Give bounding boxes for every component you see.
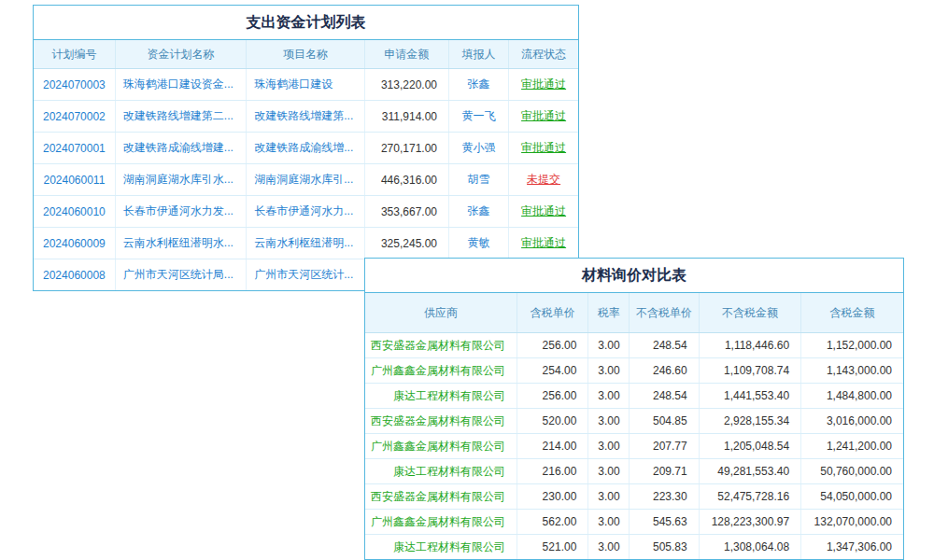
- cell-plan-id[interactable]: 2024070002: [34, 101, 115, 133]
- cell-project-name[interactable]: 改建铁路成渝线增...: [247, 133, 364, 164]
- table-row: 2024060011 湖南洞庭湖水库引水... 湖南洞庭湖水库引... 446,…: [34, 164, 578, 196]
- cell-tax-rate: 3.00: [588, 409, 630, 434]
- cell-supplier: 西安盛器金属材料有限公司: [365, 333, 517, 358]
- cell-tax-rate: 3.00: [588, 459, 630, 484]
- col-header-apply-amount: 申请金额: [364, 40, 448, 69]
- cell-project-name[interactable]: 云南水利枢纽潜明...: [247, 228, 364, 259]
- cell-amount-ex: 128,223,300.97: [699, 510, 800, 535]
- material-quote-panel: 材料询价对比表 供应商 含税单价 税率 不含税单价 不含税金额 含税金额 西安盛…: [364, 258, 904, 560]
- cell-unit-price-ex: 545.63: [630, 510, 699, 535]
- cell-plan-name[interactable]: 珠海鹤港口建设资金...: [115, 69, 246, 101]
- cell-amount-ex: 2,928,155.34: [699, 409, 800, 434]
- cell-apply-amount: 325,245.00: [364, 228, 448, 259]
- quote-header-row: 供应商 含税单价 税率 不含税单价 不含税金额 含税金额: [365, 293, 903, 333]
- cell-supplier: 广州鑫鑫金属材料有限公司: [365, 434, 517, 459]
- cell-plan-name[interactable]: 改建铁路线增建第二...: [115, 101, 246, 133]
- cell-reporter[interactable]: 张鑫: [448, 196, 508, 228]
- cell-amount-inc: 3,016,000.00: [801, 409, 903, 434]
- table-row: 2024070001 改建铁路成渝线增建... 改建铁路成渝线增... 270,…: [34, 133, 578, 164]
- cell-plan-id[interactable]: 2024060010: [34, 196, 115, 228]
- table-row: 西安盛器金属材料有限公司 256.00 3.00 248.54 1,118,44…: [365, 333, 903, 358]
- col-header-plan-id: 计划编号: [34, 40, 115, 69]
- cell-amount-ex: 1,118,446.60: [699, 333, 800, 358]
- cell-unit-price-ex: 223.30: [630, 484, 699, 510]
- cell-apply-amount: 446,316.00: [364, 164, 448, 196]
- cell-amount-inc: 54,050,000.00: [801, 484, 903, 510]
- cell-project-name[interactable]: 长春市伊通河水力...: [247, 196, 364, 228]
- cell-plan-name[interactable]: 长春市伊通河水力发...: [115, 196, 246, 228]
- cell-tax-rate: 3.00: [588, 333, 630, 358]
- col-header-plan-name: 资金计划名称: [115, 40, 246, 69]
- table-row: 2024070002 改建铁路线增建第二... 改建铁路线增建第... 311,…: [34, 101, 578, 133]
- cell-plan-id[interactable]: 2024060009: [34, 228, 115, 259]
- cell-reporter[interactable]: 张鑫: [448, 69, 508, 101]
- cell-unit-price-ex: 246.60: [630, 358, 699, 384]
- cell-reporter[interactable]: 黄小强: [448, 133, 508, 164]
- col-header-flow-status: 流程状态: [509, 40, 578, 69]
- cell-amount-ex: 1,205,048.54: [699, 434, 800, 459]
- col-header-tax-rate: 税率: [588, 293, 630, 333]
- cell-amount-ex: 49,281,553.40: [699, 459, 800, 484]
- cell-unit-price-ex: 505.83: [630, 535, 699, 560]
- cell-tax-rate: 3.00: [588, 535, 630, 560]
- cell-supplier: 西安盛器金属材料有限公司: [365, 409, 517, 434]
- expense-plan-panel: 支出资金计划列表 计划编号 资金计划名称 项目名称 申请金额 填报人 流程状态 …: [33, 5, 579, 291]
- table-row: 2024070003 珠海鹤港口建设资金... 珠海鹤港口建设 313,220.…: [34, 69, 578, 101]
- cell-tax-rate: 3.00: [588, 358, 630, 384]
- cell-amount-ex: 1,441,553.40: [699, 384, 800, 409]
- cell-plan-id[interactable]: 2024070003: [34, 69, 115, 101]
- table-row: 康达工程材料有限公司 216.00 3.00 209.71 49,281,553…: [365, 459, 903, 484]
- cell-unit-price-inc: 256.00: [517, 333, 588, 358]
- cell-project-name[interactable]: 珠海鹤港口建设: [247, 69, 364, 101]
- cell-plan-name[interactable]: 湖南洞庭湖水库引水...: [115, 164, 246, 196]
- cell-amount-inc: 1,347,306.00: [801, 535, 903, 560]
- cell-supplier: 康达工程材料有限公司: [365, 459, 517, 484]
- cell-flow-status[interactable]: 审批通过: [509, 101, 578, 133]
- cell-plan-name[interactable]: 广州市天河区统计局...: [115, 259, 246, 291]
- cell-flow-status[interactable]: 审批通过: [509, 133, 578, 164]
- cell-reporter[interactable]: 胡雪: [448, 164, 508, 196]
- cell-apply-amount: 270,171.00: [364, 133, 448, 164]
- cell-unit-price-inc: 216.00: [517, 459, 588, 484]
- cell-apply-amount: 353,667.00: [364, 196, 448, 228]
- material-quote-title: 材料询价对比表: [365, 259, 903, 293]
- cell-amount-inc: 50,760,000.00: [801, 459, 903, 484]
- cell-plan-id[interactable]: 2024060008: [34, 259, 115, 291]
- cell-amount-inc: 1,143,000.00: [801, 358, 903, 384]
- col-header-reporter: 填报人: [448, 40, 508, 69]
- cell-project-name[interactable]: 湖南洞庭湖水库引...: [247, 164, 364, 196]
- expense-plan-table: 计划编号 资金计划名称 项目名称 申请金额 填报人 流程状态 202407000…: [34, 40, 578, 290]
- cell-plan-id[interactable]: 2024060011: [34, 164, 115, 196]
- material-quote-table: 供应商 含税单价 税率 不含税单价 不含税金额 含税金额 西安盛器金属材料有限公…: [365, 293, 903, 559]
- cell-plan-id[interactable]: 2024070001: [34, 133, 115, 164]
- cell-supplier: 康达工程材料有限公司: [365, 535, 517, 560]
- cell-supplier: 广州鑫鑫金属材料有限公司: [365, 358, 517, 384]
- cell-plan-name[interactable]: 改建铁路成渝线增建...: [115, 133, 246, 164]
- cell-unit-price-inc: 214.00: [517, 434, 588, 459]
- table-row: 康达工程材料有限公司 256.00 3.00 248.54 1,441,553.…: [365, 384, 903, 409]
- cell-flow-status[interactable]: 审批通过: [509, 69, 578, 101]
- cell-unit-price-ex: 209.71: [630, 459, 699, 484]
- col-header-unit-price-ex: 不含税单价: [630, 293, 699, 333]
- cell-unit-price-ex: 248.54: [630, 384, 699, 409]
- cell-flow-status[interactable]: 审批通过: [509, 196, 578, 228]
- cell-unit-price-inc: 256.00: [517, 384, 588, 409]
- cell-apply-amount: 313,220.00: [364, 69, 448, 101]
- cell-supplier: 广州鑫鑫金属材料有限公司: [365, 510, 517, 535]
- cell-amount-inc: 1,484,800.00: [801, 384, 903, 409]
- cell-amount-inc: 1,241,200.00: [801, 434, 903, 459]
- col-header-project-name: 项目名称: [247, 40, 364, 69]
- cell-project-name[interactable]: 改建铁路线增建第...: [247, 101, 364, 133]
- cell-plan-name[interactable]: 云南水利枢纽潜明水...: [115, 228, 246, 259]
- cell-amount-ex: 1,109,708.74: [699, 358, 800, 384]
- table-row: 广州鑫鑫金属材料有限公司 254.00 3.00 246.60 1,109,70…: [365, 358, 903, 384]
- cell-flow-status[interactable]: 审批通过: [509, 228, 578, 259]
- cell-reporter[interactable]: 黄一飞: [448, 101, 508, 133]
- cell-unit-price-ex: 207.77: [630, 434, 699, 459]
- col-header-supplier: 供应商: [365, 293, 517, 333]
- cell-reporter[interactable]: 黄敏: [448, 228, 508, 259]
- expense-plan-title: 支出资金计划列表: [34, 6, 578, 40]
- cell-flow-status[interactable]: 未提交: [509, 164, 578, 196]
- cell-project-name[interactable]: 广州市天河区统计...: [247, 259, 364, 291]
- cell-unit-price-inc: 562.00: [517, 510, 588, 535]
